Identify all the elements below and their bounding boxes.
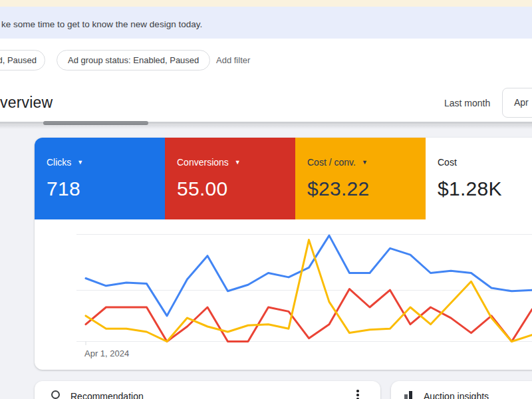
scorecard-value: $23.22 [307,178,426,200]
scorecard-label-row[interactable]: Conversions ▼ [177,157,295,168]
chevron-down-icon[interactable]: ▼ [362,160,368,166]
scorecard-strip: Clicks ▼ 718 Conversions ▼ 55.00 Cost / … [35,138,532,219]
scorecard-conversions[interactable]: Conversions ▼ 55.00 [165,138,295,219]
filter-chip-label: d, Paused [0,55,37,65]
auction-insights-card[interactable]: Auction insights [391,381,532,399]
x-axis-first-label: Apr 1, 2024 [84,348,129,358]
scorecard-value: 718 [47,178,165,200]
series-line-conversions [86,289,532,342]
scorecard-label-row[interactable]: Cost / conv. ▼ [307,157,426,168]
recommendation-card-title: Recommendation [70,391,144,399]
scorecard-cost-per-conv[interactable]: Cost / conv. ▼ $23.22 [295,138,426,219]
scorecard-label: Cost [438,157,457,168]
notification-strip [0,0,532,7]
scorecard-value: $1.28K [438,178,532,200]
date-range-preset-label[interactable]: Last month [444,98,490,108]
header-shadow [0,124,532,129]
scorecard-label: Clicks [47,157,71,168]
scorecard-value: 55.00 [177,178,295,200]
filter-chip-ad-group-status[interactable]: Ad group status: Enabled, Paused [57,50,210,70]
series-line-cost-conv- [86,240,532,342]
scorecard-clicks[interactable]: Clicks ▼ 718 [35,138,165,219]
chevron-down-icon[interactable]: ▼ [235,160,241,166]
kebab-menu-icon[interactable] [356,390,359,399]
date-range-picker[interactable]: Apr [502,88,532,118]
chevron-down-icon[interactable]: ▼ [77,160,83,166]
page-title: verview [0,94,53,112]
banner-message: ke some time to get to know the new desi… [1,19,202,29]
recommendation-icon [51,390,60,399]
new-design-banner: ke some time to get to know the new desi… [0,7,532,39]
series-line-clicks [86,235,532,316]
date-range-value: Apr [514,97,529,108]
auction-insights-card-title: Auction insights [424,391,489,399]
scorecard-label-row: Cost ▼ [438,157,532,168]
scorecard-label: Cost / conv. [307,157,356,168]
recommendation-card[interactable]: Recommendation [35,381,380,399]
performance-line-chart [35,219,532,370]
filter-chip-label: Ad group status: Enabled, Paused [68,55,199,65]
bar-chart-icon [404,390,414,399]
scorecard-label: Conversions [177,157,229,168]
filter-chip-campaign-status[interactable]: d, Paused [0,50,45,70]
add-filter-button[interactable]: Add filter [216,55,250,65]
scorecard-label-row[interactable]: Clicks ▼ [47,157,165,168]
scorecard-cost[interactable]: Cost ▼ $1.28K [426,138,532,219]
